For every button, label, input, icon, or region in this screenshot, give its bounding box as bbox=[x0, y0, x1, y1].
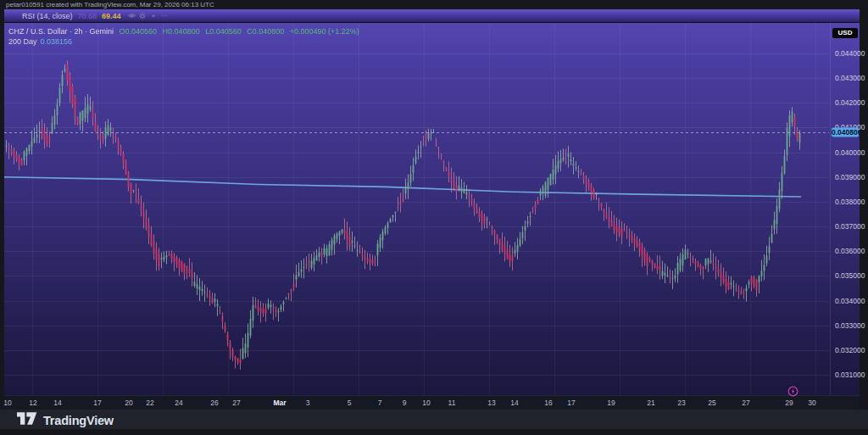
candlestick-chart-canvas[interactable] bbox=[4, 23, 829, 395]
price-axis-label: 0.031000 bbox=[835, 371, 865, 379]
time-axis-label: 24 bbox=[175, 399, 182, 407]
price-axis-label: 0.032000 bbox=[835, 346, 865, 354]
time-axis-label: 13 bbox=[487, 399, 495, 407]
last-price-tag: 0.040800 bbox=[832, 128, 859, 137]
price-axis-label: 0.039000 bbox=[835, 173, 865, 181]
time-axis-label: 14 bbox=[510, 399, 518, 407]
time-axis-label: 5 bbox=[348, 399, 352, 407]
price-axis-label: 0.042000 bbox=[835, 98, 865, 107]
time-axis-label: 19 bbox=[607, 399, 615, 407]
ma-label: 200 Day bbox=[8, 37, 37, 46]
tradingview-brand-name: TradingView bbox=[43, 414, 114, 427]
time-axis[interactable]: 101214172022242627Mar3579101113141617192… bbox=[4, 395, 860, 410]
time-axis-label: 29 bbox=[785, 399, 793, 407]
time-axis-label: 10 bbox=[3, 399, 11, 407]
ohlc-high: H0.040800 bbox=[163, 27, 200, 36]
price-axis-label: 0.038000 bbox=[835, 198, 865, 206]
time-axis-label: 17 bbox=[93, 399, 101, 407]
time-axis-label: 3 bbox=[306, 399, 310, 407]
time-axis-label: 27 bbox=[742, 399, 749, 407]
tradingview-logo-icon bbox=[17, 412, 37, 428]
price-axis-label: 0.037000 bbox=[835, 222, 865, 231]
price-axis-label: 0.044000 bbox=[835, 49, 865, 58]
time-axis-label: 16 bbox=[544, 399, 552, 407]
time-axis-label: 9 bbox=[403, 399, 407, 407]
event-marker-icon[interactable] bbox=[787, 385, 798, 400]
time-axis-label: 21 bbox=[647, 399, 654, 407]
chart-frame: RSI (14, close) 70.68 69.44 × ··· bbox=[4, 9, 860, 410]
ohlc-close: C0.040800 bbox=[247, 27, 284, 36]
bottom-strip bbox=[0, 429, 868, 435]
time-axis-label: 27 bbox=[232, 399, 240, 407]
rsi-indicator-title: RSI bbox=[22, 12, 35, 20]
time-axis-label: 7 bbox=[378, 399, 382, 407]
attribution-bar: petar010591 created with TradingView.com… bbox=[0, 0, 868, 9]
time-axis-label: 12 bbox=[29, 399, 36, 407]
time-axis-label: Mar bbox=[273, 399, 286, 407]
price-axis-label: 0.036000 bbox=[835, 247, 865, 255]
ma-value: 0.038156 bbox=[41, 37, 73, 46]
tradingview-brand[interactable]: TradingView bbox=[17, 412, 114, 428]
rsi-legend[interactable]: RSI (14, close) 70.68 69.44 × ··· bbox=[4, 9, 860, 22]
gear-icon[interactable] bbox=[139, 12, 147, 20]
currency-toggle-button[interactable]: USD bbox=[832, 28, 858, 38]
time-axis-label: 26 bbox=[210, 399, 218, 407]
price-axis-label: 0.043000 bbox=[835, 74, 865, 82]
price-axis-label: 0.033000 bbox=[835, 321, 865, 330]
eye-icon[interactable] bbox=[128, 12, 136, 20]
time-axis-label: 30 bbox=[808, 399, 815, 407]
rsi-pane: RSI (14, close) 70.68 69.44 × ··· bbox=[4, 9, 860, 23]
rsi-ma-value: 70.68 bbox=[78, 12, 97, 20]
tradingview-snapshot: petar010591 created with TradingView.com… bbox=[0, 0, 868, 435]
price-axis-label: 0.034000 bbox=[835, 297, 865, 305]
branding-bar: TradingView bbox=[0, 410, 868, 435]
ohlc-open: O0.040560 bbox=[120, 27, 158, 36]
rsi-indicator-params: (14, close) bbox=[37, 12, 73, 20]
symbol-title[interactable]: CHZ / U.S. Dollar · 2h · Gemini bbox=[8, 27, 114, 36]
more-icon[interactable]: ··· bbox=[161, 12, 169, 20]
time-axis-label: 17 bbox=[567, 399, 575, 407]
rsi-legend-controls: × ··· bbox=[128, 12, 169, 20]
symbol-legend-row[interactable]: CHZ / U.S. Dollar · 2h · Gemini O0.04056… bbox=[8, 26, 363, 36]
ohlc-low: L0.040560 bbox=[205, 27, 242, 36]
ma-legend-row[interactable]: 200 Day0.038156 bbox=[8, 36, 363, 47]
time-axis-label: 22 bbox=[146, 399, 153, 407]
time-axis-label: 20 bbox=[125, 399, 132, 407]
rsi-value: 69.44 bbox=[102, 12, 121, 20]
time-axis-label: 23 bbox=[677, 399, 685, 407]
price-axis-label: 0.035000 bbox=[835, 271, 865, 280]
main-chart-pane[interactable]: CHZ / U.S. Dollar · 2h · Gemini O0.04056… bbox=[4, 23, 860, 395]
time-axis-label: 11 bbox=[448, 399, 456, 407]
price-axis-label: 0.040000 bbox=[835, 148, 865, 157]
price-change: +0.000490 (+1.22%) bbox=[290, 27, 359, 36]
delete-icon[interactable]: × bbox=[150, 12, 158, 20]
time-axis-label: 25 bbox=[708, 399, 715, 407]
chart-legend: CHZ / U.S. Dollar · 2h · Gemini O0.04056… bbox=[8, 26, 363, 47]
time-axis-label: 10 bbox=[422, 399, 430, 407]
time-axis-label: 14 bbox=[53, 399, 61, 407]
attribution-text: petar010591 created with TradingView.com… bbox=[6, 1, 214, 8]
price-axis[interactable]: USD 0.040800 0.0440000.0430000.0420000.0… bbox=[830, 23, 860, 395]
